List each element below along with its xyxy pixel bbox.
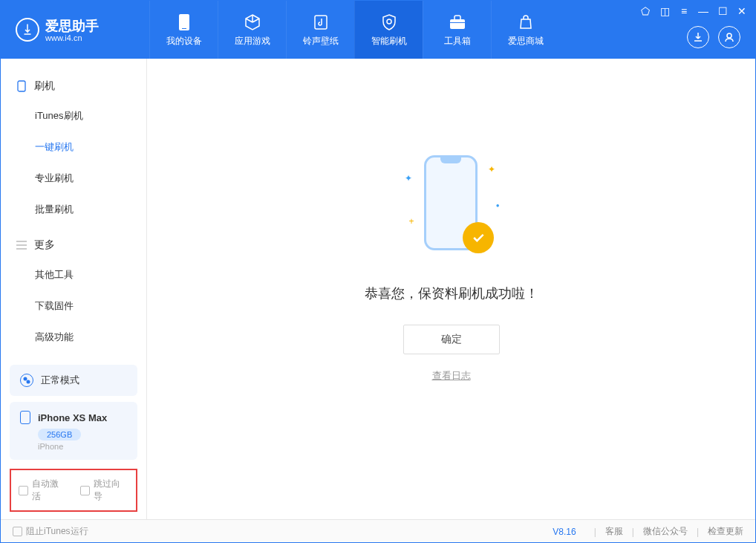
sidebar: 刷机 iTunes刷机 一键刷机 专业刷机 批量刷机 更多 其他工具 下载固件 … bbox=[1, 59, 147, 519]
nav-my-device[interactable]: 我的设备 bbox=[149, 1, 218, 59]
logo-icon bbox=[16, 18, 39, 42]
feedback-icon[interactable]: ⬠ bbox=[639, 5, 651, 17]
version-label: V8.16 bbox=[553, 527, 576, 537]
check-update-link[interactable]: 检查更新 bbox=[708, 525, 743, 538]
header: 爱思助手 www.i4.cn 我的设备 应用游戏 铃声壁纸 智能刷机 工具箱 爱… bbox=[1, 1, 755, 59]
sidebar-header-more: 更多 bbox=[1, 231, 146, 259]
cube-icon bbox=[243, 13, 262, 32]
close-button[interactable]: ✕ bbox=[736, 5, 748, 17]
maximize-button[interactable]: ☐ bbox=[717, 5, 729, 17]
svg-rect-2 bbox=[315, 16, 327, 29]
sparkle-icon: ● bbox=[496, 202, 500, 209]
nav-ringtones[interactable]: 铃声壁纸 bbox=[286, 1, 354, 59]
options-highlighted-box: 自动激活 跳过向导 bbox=[10, 469, 137, 512]
device-icon bbox=[175, 13, 194, 32]
sidebar-item-pro-flash[interactable]: 专业刷机 bbox=[1, 163, 146, 194]
main-content: ✦ ✦ + ● 恭喜您，保资料刷机成功啦！ 确定 查看日志 bbox=[147, 59, 755, 519]
nav-flash[interactable]: 智能刷机 bbox=[354, 1, 423, 59]
toolbox-icon bbox=[448, 13, 467, 32]
sidebar-item-oneclick-flash[interactable]: 一键刷机 bbox=[1, 131, 146, 163]
mode-label: 正常模式 bbox=[41, 374, 79, 387]
sidebar-item-other-tools[interactable]: 其他工具 bbox=[1, 259, 146, 290]
wechat-link[interactable]: 微信公众号 bbox=[643, 525, 688, 538]
sidebar-bottom: 正常模式 iPhone XS Max 256GB iPhone 自动激活 跳过向… bbox=[1, 359, 146, 519]
header-right-actions bbox=[687, 26, 740, 48]
checkbox-icon bbox=[13, 527, 22, 536]
device-storage-badge: 256GB bbox=[38, 429, 81, 440]
success-illustration: ✦ ✦ + ● bbox=[403, 151, 500, 262]
sidebar-item-download-firmware[interactable]: 下载固件 bbox=[1, 290, 146, 322]
svg-point-6 bbox=[727, 33, 731, 38]
svg-rect-0 bbox=[179, 14, 189, 30]
logo[interactable]: 爱思助手 www.i4.cn bbox=[1, 17, 149, 42]
menu-icon[interactable]: ≡ bbox=[678, 5, 690, 17]
sidebar-header-flash: 刷机 bbox=[1, 72, 146, 100]
auto-activate-checkbox[interactable]: 自动激活 bbox=[19, 478, 67, 503]
device-phone-icon bbox=[20, 411, 30, 424]
list-icon bbox=[16, 240, 27, 251]
nav-toolbox[interactable]: 工具箱 bbox=[423, 1, 491, 59]
block-itunes-checkbox[interactable]: 阻止iTunes运行 bbox=[13, 525, 88, 538]
support-link[interactable]: 客服 bbox=[605, 525, 623, 538]
success-check-badge bbox=[463, 222, 494, 253]
store-icon bbox=[516, 13, 535, 32]
svg-rect-7 bbox=[18, 81, 25, 91]
download-manager-button[interactable] bbox=[687, 26, 709, 48]
sidebar-item-advanced[interactable]: 高级功能 bbox=[1, 322, 146, 353]
minimize-button[interactable]: — bbox=[697, 5, 709, 17]
device-name: iPhone XS Max bbox=[38, 412, 107, 423]
svg-rect-5 bbox=[450, 22, 465, 23]
phone-icon bbox=[16, 81, 27, 92]
skip-guide-checkbox[interactable]: 跳过向导 bbox=[80, 478, 128, 503]
sparkle-icon: ✦ bbox=[488, 164, 495, 175]
view-log-link[interactable]: 查看日志 bbox=[432, 369, 471, 383]
sparkle-icon: ✦ bbox=[405, 173, 412, 183]
success-message: 恭喜您，保资料刷机成功啦！ bbox=[365, 284, 538, 302]
device-info[interactable]: iPhone XS Max 256GB iPhone bbox=[10, 402, 137, 460]
device-type: iPhone bbox=[38, 442, 127, 451]
window-controls: ⬠ ◫ ≡ — ☐ ✕ bbox=[639, 5, 748, 17]
skin-icon[interactable]: ◫ bbox=[659, 5, 671, 17]
music-icon bbox=[311, 13, 330, 32]
svg-rect-1 bbox=[182, 28, 186, 29]
sidebar-item-batch-flash[interactable]: 批量刷机 bbox=[1, 194, 146, 225]
svg-point-3 bbox=[387, 19, 391, 24]
sidebar-group-flash: 刷机 iTunes刷机 一键刷机 专业刷机 批量刷机 bbox=[1, 72, 146, 225]
checkbox-icon bbox=[19, 486, 28, 495]
app-url: www.i4.cn bbox=[45, 33, 99, 42]
shield-gear-icon bbox=[379, 13, 399, 32]
sidebar-group-more: 更多 其他工具 下载固件 高级功能 bbox=[1, 231, 146, 353]
sparkle-icon: + bbox=[409, 216, 414, 227]
nav-apps-games[interactable]: 应用游戏 bbox=[218, 1, 286, 59]
svg-rect-4 bbox=[450, 19, 465, 29]
top-nav: 我的设备 应用游戏 铃声壁纸 智能刷机 工具箱 爱思商城 bbox=[149, 1, 559, 59]
mode-icon bbox=[20, 374, 33, 387]
sidebar-item-itunes-flash[interactable]: iTunes刷机 bbox=[1, 100, 146, 131]
checkbox-icon bbox=[80, 486, 90, 495]
footer: 阻止iTunes运行 V8.16 | 客服 | 微信公众号 | 检查更新 bbox=[1, 519, 755, 543]
user-account-button[interactable] bbox=[718, 26, 740, 48]
mode-status[interactable]: 正常模式 bbox=[10, 365, 137, 396]
ok-button[interactable]: 确定 bbox=[403, 325, 500, 354]
nav-store[interactable]: 爱思商城 bbox=[491, 1, 559, 59]
body: 刷机 iTunes刷机 一键刷机 专业刷机 批量刷机 更多 其他工具 下载固件 … bbox=[1, 59, 755, 519]
app-name: 爱思助手 bbox=[45, 17, 99, 35]
